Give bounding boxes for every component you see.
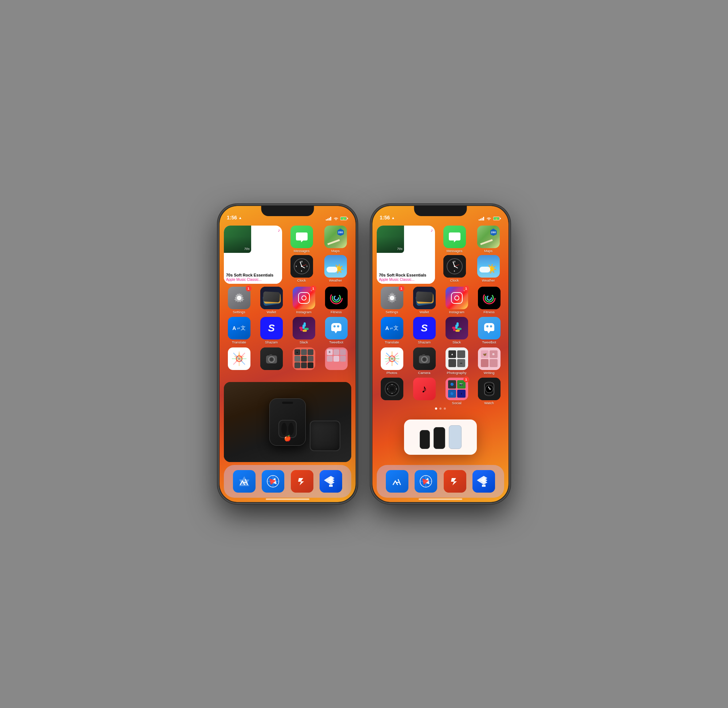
fitness-icon-left[interactable] — [325, 287, 347, 309]
photos-icon-right[interactable] — [381, 347, 403, 370]
shazam-icon-left[interactable]: S — [260, 317, 283, 339]
notch-left — [262, 206, 314, 216]
app-shazam-left[interactable]: S Shazam — [256, 317, 286, 344]
wallet-icon-left[interactable] — [260, 287, 283, 309]
app-clock-right[interactable]: 12 6 Clock — [439, 255, 470, 282]
svg-rect-16 — [304, 322, 306, 327]
maps-icon-left[interactable]: 280 — [324, 226, 347, 248]
app-slack-right[interactable]: Slack — [442, 317, 472, 344]
widget-title: 70s Soft Rock Essentials — [226, 273, 280, 278]
photography-icon-right[interactable]: ▲ ∞ — [446, 347, 468, 370]
maps-label-right: Maps — [484, 249, 493, 253]
app-instagram-left[interactable]: 1 Instagram — [289, 287, 319, 314]
widget-artist: Apple Music Classic... — [226, 278, 280, 281]
app-translate-left[interactable]: A ⇄ 文 Translate — [224, 317, 254, 344]
app-messages-right[interactable]: Messages — [439, 226, 470, 253]
folder2-icon-left[interactable]: B — [325, 347, 347, 370]
settings-badge-left: 1 — [246, 286, 251, 292]
app-maps-left[interactable]: 280 Maps — [320, 226, 351, 253]
app-camera-left2[interactable] — [256, 347, 286, 370]
app-weather-left[interactable]: ☀️ Weather — [320, 255, 351, 282]
iphone-chooser-popup[interactable] — [404, 419, 477, 455]
iphone-model-11pro[interactable] — [433, 427, 445, 449]
app-wallet-right[interactable]: Wallet — [409, 287, 439, 314]
social-badge-right: 1 — [464, 377, 469, 382]
fitness-icon-right[interactable] — [478, 287, 500, 309]
music-app-icon-right[interactable]: ♪ — [413, 378, 436, 400]
slack-icon-left[interactable] — [293, 317, 315, 339]
photography-label-right: Photography — [447, 371, 466, 375]
photos-icon-left2[interactable] — [228, 347, 250, 370]
translate-icon-right[interactable]: A ⇄ 文 — [381, 317, 403, 339]
app-shazam-right[interactable]: S Shazam — [409, 317, 439, 344]
app-instagram-right[interactable]: 1 Instagram — [442, 287, 472, 314]
app-maps-right[interactable]: 280 Maps — [472, 226, 504, 253]
shazam-label-right: Shazam — [418, 341, 431, 344]
slack-icon-right[interactable] — [446, 317, 468, 339]
app-circle-right[interactable] — [377, 378, 407, 405]
camera-icon-right[interactable] — [413, 347, 436, 370]
app-folder2-left[interactable]: B — [321, 347, 351, 370]
app-settings-right[interactable]: 1 Settings — [377, 287, 407, 314]
widget-artist-right: Apple Music Classic... — [379, 278, 433, 281]
app-photography-right[interactable]: ▲ ∞ Photography — [442, 347, 472, 375]
instagram-label-right: Instagram — [449, 310, 464, 314]
camera-icon-left2[interactable] — [260, 347, 283, 370]
tweetbot-icon-left[interactable] — [325, 317, 347, 339]
home-content-right: 70s ♪ 70s Soft Rock Essentials Apple Mus… — [372, 222, 509, 502]
svg-rect-45 — [500, 218, 501, 219]
app-messages-left[interactable]: Messages — [286, 226, 317, 253]
settings-label-left: Settings — [232, 310, 245, 314]
folder-icon-left[interactable]: ▲ — [293, 347, 315, 370]
music-widget-left[interactable]: 70s ♪ 70s Soft Rock Essentials Apple Mus… — [224, 226, 282, 284]
svg-point-50 — [485, 294, 493, 302]
maps-icon-right[interactable]: 280 — [477, 226, 500, 248]
translate-icon-left[interactable]: A ⇄ 文 — [228, 317, 250, 339]
app-fitness-right[interactable]: Fitness — [474, 287, 504, 314]
circle-icon-right[interactable] — [381, 378, 403, 400]
svg-point-12 — [334, 296, 339, 300]
clock-icon-left[interactable]: 12 6 3 9 — [291, 255, 313, 278]
svg-text:⚡: ⚡ — [495, 218, 498, 221]
tweetbot-icon-right[interactable] — [478, 317, 500, 339]
app-settings-left[interactable]: 1 Settings — [224, 287, 254, 314]
app-social-right[interactable]: 🔵 📷 🔵 f 1 Social — [442, 378, 472, 405]
app-translate-right[interactable]: A ⇄ 文 Translate — [377, 317, 407, 344]
writing-icon-right[interactable]: 🦋 B — [478, 347, 500, 370]
app-watch-right[interactable]: Watch — [474, 378, 504, 405]
app-tweetbot-right[interactable]: Tweetbot — [474, 317, 504, 344]
app-row3-right: A ⇄ 文 Translate S Shazam — [377, 317, 504, 344]
iphone-model-11[interactable] — [420, 430, 430, 449]
app-photos-right[interactable]: Photos — [377, 347, 407, 375]
left-phone: 1:56 ▲ — [218, 205, 357, 503]
app-photos-left2[interactable] — [224, 347, 254, 370]
messages-icon-right[interactable] — [443, 226, 466, 248]
signal-icon-left — [326, 217, 331, 221]
weather-icon-right[interactable]: ☀️ — [477, 255, 500, 278]
app-slack-left[interactable]: Slack — [289, 317, 319, 344]
app-fitness-left[interactable]: Fitness — [321, 287, 351, 314]
app-camera-right[interactable]: Camera — [409, 347, 439, 375]
shazam-icon-right[interactable]: S — [413, 317, 436, 339]
wallet-icon-right[interactable] — [413, 287, 436, 309]
app-weather-right[interactable]: ☀️ Weather — [472, 255, 504, 282]
clock-icon-right[interactable]: 12 6 — [443, 255, 466, 278]
watch-icon-right[interactable] — [478, 378, 500, 400]
app-writing-right[interactable]: 🦋 B Writing — [474, 347, 504, 375]
home-indicator-left — [266, 498, 310, 500]
app-clock-left[interactable]: 12 6 3 9 Clock — [286, 255, 317, 282]
battery-icon-right: ⚡ — [493, 216, 501, 221]
svg-point-73 — [391, 393, 392, 394]
iphone-model-11promax[interactable] — [449, 425, 462, 449]
wallet-label-left: Wallet — [266, 310, 276, 314]
music-widget-right[interactable]: 70s ♪ 70s Soft Rock Essentials Apple Mus… — [377, 226, 435, 284]
app-tweetbot-left[interactable]: Tweetbot — [321, 317, 351, 344]
svg-rect-40 — [480, 219, 481, 221]
weather-icon-left[interactable]: ☀️ — [324, 255, 347, 278]
dot-2 — [439, 408, 442, 410]
app-wallet-left[interactable]: Wallet — [256, 287, 286, 314]
app-folder-left[interactable]: ▲ — [289, 347, 319, 370]
app-music-right[interactable]: ♪ — [409, 378, 439, 405]
svg-rect-3 — [330, 217, 331, 221]
messages-icon-left[interactable] — [291, 226, 313, 248]
